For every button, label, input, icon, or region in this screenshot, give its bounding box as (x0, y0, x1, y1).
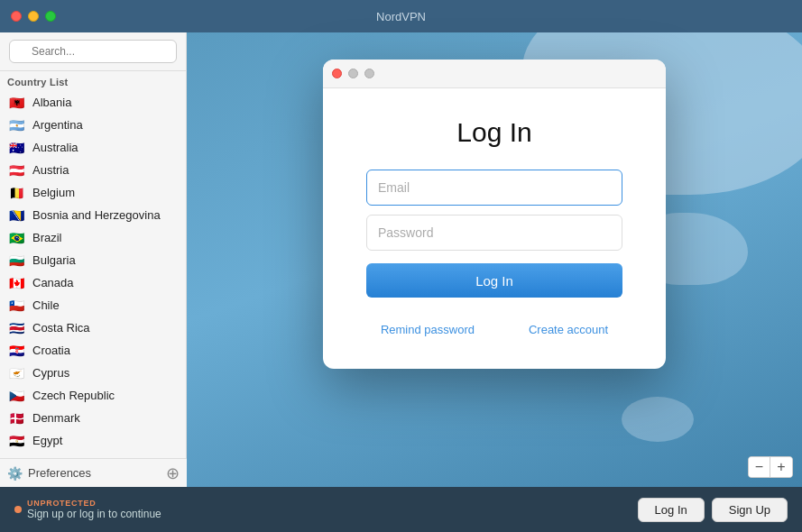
bottom-bar: UNPROTECTED Sign up or log in to continu… (0, 487, 802, 532)
modal-minimize-button[interactable] (348, 69, 358, 78)
close-button[interactable] (11, 11, 22, 22)
flag-icon: 🇦🇷 (7, 119, 25, 132)
country-name: Brazil (32, 231, 62, 244)
modal-maximize-button[interactable] (364, 69, 374, 78)
country-name: Chile (32, 298, 60, 312)
list-item[interactable]: 🇩🇰Denmark (0, 407, 186, 429)
bottom-login-button[interactable]: Log In (638, 498, 705, 522)
email-input[interactable] (366, 170, 622, 206)
country-name: Bulgaria (32, 253, 76, 267)
flag-icon: 🇦🇹 (7, 164, 25, 177)
country-name: Austria (32, 163, 69, 177)
list-item[interactable]: 🇪🇬Egypt (0, 429, 186, 452)
list-item[interactable]: 🇦🇺Australia (0, 136, 186, 159)
country-name: Costa Rica (32, 321, 90, 335)
search-input[interactable] (9, 40, 177, 63)
flag-icon: 🇨🇷 (7, 322, 25, 335)
login-modal: Log In Log In Remind password Create acc… (323, 60, 666, 369)
flag-icon: 🇨🇦 (7, 277, 25, 289)
unprotected-label: UNPROTECTED (27, 499, 161, 508)
flag-icon: 🇪🇬 (7, 435, 25, 447)
flag-icon: 🇩🇰 (7, 412, 25, 425)
country-name: Czech Republic (32, 389, 115, 402)
country-list-label: Country List (0, 71, 186, 91)
traffic-lights (11, 11, 56, 22)
remind-password-link[interactable]: Remind password (381, 323, 475, 336)
app-title: NordVPN (376, 10, 426, 23)
flag-icon: 🇧🇪 (7, 187, 25, 199)
list-item[interactable]: 🇨🇷Costa Rica (0, 316, 186, 339)
country-name: Denmark (32, 411, 80, 425)
flag-icon: 🇧🇷 (7, 232, 25, 244)
flag-icon: 🇨🇱 (7, 299, 25, 312)
flag-icon: 🇨🇾 (7, 367, 25, 380)
zoom-out-button[interactable]: − (749, 457, 770, 477)
preferences-label: Preferences (28, 466, 91, 480)
password-input[interactable] (366, 215, 622, 251)
unprotected-sub: Sign up or log in to continue (27, 508, 161, 520)
modal-heading: Log In (456, 117, 531, 148)
flag-icon: 🇨🇿 (7, 390, 25, 402)
main-layout: Country List 🇦🇱Albania🇦🇷Argentina🇦🇺Austr… (0, 32, 802, 532)
flag-icon: 🇦🇱 (7, 96, 25, 109)
title-bar: NordVPN (0, 0, 802, 32)
list-item[interactable]: 🇦🇷Argentina (0, 114, 186, 136)
list-item[interactable]: 🇨🇦Canada (0, 271, 186, 294)
list-item[interactable]: 🇧🇪Belgium (0, 181, 186, 204)
flag-icon: 🇧🇦 (7, 209, 25, 222)
list-item[interactable]: 🇨🇾Cyprus (0, 362, 186, 384)
login-button[interactable]: Log In (366, 263, 622, 298)
unprotected-dot (14, 506, 22, 513)
country-name: Argentina (32, 118, 83, 132)
country-name: Canada (32, 276, 74, 289)
bottom-signup-button[interactable]: Sign Up (712, 498, 788, 522)
list-item[interactable]: 🇧🇷Brazil (0, 226, 186, 249)
unprotected-info: UNPROTECTED Sign up or log in to continu… (14, 499, 161, 520)
list-item[interactable]: 🇦🇱Albania (0, 91, 186, 114)
list-item[interactable]: 🇦🇹Austria (0, 159, 186, 181)
zoom-in-button[interactable]: + (770, 457, 792, 477)
flag-icon: 🇦🇺 (7, 142, 25, 154)
country-name: Albania (32, 96, 71, 109)
flag-icon: 🇭🇷 (7, 344, 25, 357)
flag-icon: 🇧🇬 (7, 254, 25, 267)
preferences-bar[interactable]: ⚙️ Preferences ⊕ (0, 458, 187, 487)
add-server-icon[interactable]: ⊕ (166, 463, 180, 483)
zoom-controls: − + (748, 456, 793, 478)
modal-links: Remind password Create account (381, 323, 608, 336)
list-item[interactable]: 🇨🇿Czech Republic (0, 384, 186, 407)
minimize-button[interactable] (28, 11, 39, 22)
list-item[interactable]: 🇧🇦Bosnia and Herzegovina (0, 204, 186, 226)
unprotected-text: UNPROTECTED Sign up or log in to continu… (27, 499, 161, 520)
country-name: Egypt (32, 434, 62, 447)
modal-body: Log In Log In Remind password Create acc… (323, 88, 666, 369)
bottom-buttons: Log In Sign Up (638, 498, 788, 522)
country-name: Australia (32, 141, 78, 154)
search-bar (0, 32, 186, 71)
maximize-button[interactable] (45, 11, 56, 22)
country-name: Belgium (32, 186, 75, 199)
country-name: Croatia (32, 344, 70, 357)
modal-title-bar (323, 60, 666, 88)
search-wrapper (9, 40, 177, 63)
create-account-link[interactable]: Create account (529, 323, 608, 336)
country-name: Cyprus (32, 366, 69, 380)
modal-overlay: Log In Log In Remind password Create acc… (187, 32, 802, 532)
modal-close-button[interactable] (332, 69, 342, 78)
list-item[interactable]: 🇧🇬Bulgaria (0, 249, 186, 271)
sidebar: Country List 🇦🇱Albania🇦🇷Argentina🇦🇺Austr… (0, 32, 187, 532)
country-name: Bosnia and Herzegovina (32, 208, 161, 222)
list-item[interactable]: 🇭🇷Croatia (0, 339, 186, 362)
list-item[interactable]: 🇨🇱Chile (0, 294, 186, 316)
